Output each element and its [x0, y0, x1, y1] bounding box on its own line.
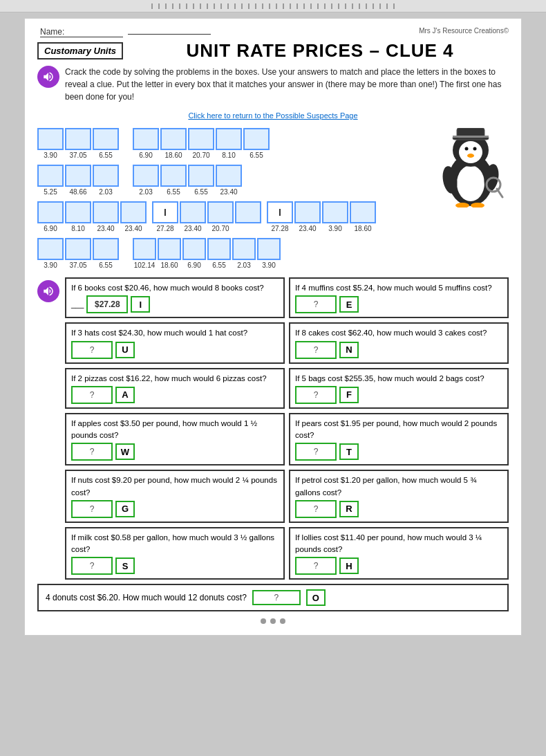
answer-row-4: ? N [295, 341, 502, 359]
box-r1l-3 [93, 128, 119, 150]
problem-card-7: If apples cost $3.50 per pound, how much… [65, 413, 285, 466]
problem-text-9: If nuts cost $9.20 per pound, how much w… [71, 474, 279, 499]
problem-card-4: If 8 cakes cost $62.40, how much would 3… [289, 322, 509, 363]
dot-2 [270, 618, 276, 624]
answer-box-7[interactable]: ? [71, 443, 113, 461]
bottom-answer-box[interactable]: ? [252, 590, 301, 605]
problem-card-8: If pears cost $1.95 per pound, how much … [289, 413, 509, 466]
letter-box-6: F [339, 387, 359, 403]
answer-box-12[interactable]: ? [295, 557, 337, 575]
answer-row-3: ? U [71, 341, 279, 359]
box-r1l-2 [65, 128, 91, 150]
problem-text-4: If 8 cakes cost $62.40, how much would 3… [295, 327, 502, 339]
answer-row-10: ? R [295, 500, 502, 518]
box-r4l-3 [93, 238, 119, 260]
answer-box-4[interactable]: ? [295, 341, 337, 359]
row4-left-group: 3.90 37.05 6.55 [37, 238, 119, 269]
name-label: Name: [40, 27, 123, 37]
link-line: Click here to return to the Possible Sus… [37, 109, 509, 121]
answer-box-10[interactable]: ? [295, 500, 337, 518]
svg-rect-11 [453, 136, 489, 138]
speaker-button-1[interactable] [37, 66, 59, 88]
letter-box-11: S [115, 557, 135, 574]
box-r3r-i: I [267, 201, 293, 223]
row3-mid-group: I 27.28 23.40 20.70 [152, 201, 261, 232]
box-r4r-4 [207, 238, 231, 260]
problem-text-2: If 4 muffins cost $5.24, how much would … [295, 282, 502, 294]
label-r2r-2: 6.55 [160, 188, 187, 196]
label-r4r-3: 6.90 [182, 261, 206, 269]
row2-right-group: 2.03 6.55 6.55 23.40 [133, 165, 242, 196]
row1-left-group: 3.90 37.05 6.55 [37, 128, 119, 159]
problem-text-1: If 6 books cost $20.46, how much would 8… [71, 282, 279, 294]
box-r2r-4 [216, 165, 242, 187]
box-r4r-2 [158, 238, 181, 260]
problem-card-6: If 5 bags cost $255.35, how much would 2… [289, 368, 509, 409]
letter-box-3: U [115, 342, 135, 358]
puzzle-left: 3.90 37.05 6.55 6.90 [37, 128, 424, 272]
answer-box-1[interactable]: $27.28 [86, 295, 128, 313]
label-r3l-2: 8.10 [65, 225, 91, 232]
problems-row: If 6 books cost $20.46, how much would 8… [37, 277, 509, 580]
label-r3r-1: 23.40 [294, 225, 321, 232]
answer-box-3[interactable]: ? [71, 341, 113, 359]
answer-row-5: ? A [71, 386, 279, 404]
svg-point-1 [457, 165, 484, 201]
box-r3m-3 [235, 201, 261, 223]
row3-right-group: I 27.28 23.40 3.90 18.60 [267, 201, 376, 232]
label-r3l-1: 6.90 [37, 225, 64, 232]
box-r1r-2 [160, 128, 187, 150]
problem-card-10: If petrol cost $1.20 per gallon, how muc… [289, 470, 509, 523]
label-r4r-5: 2.03 [232, 261, 256, 269]
puzzle-row-3: 6.90 8.10 23.40 23.40 I 27.28 [37, 201, 424, 232]
box-r1l-1 [37, 128, 64, 150]
answer-box-8[interactable]: ? [295, 443, 337, 461]
label-r1r-5: 6.55 [243, 151, 270, 159]
dots-row [37, 618, 509, 624]
label-r1r-2: 18.60 [160, 151, 187, 159]
answer-box-11[interactable]: ? [71, 557, 113, 575]
suspects-link[interactable]: Click here to return to the Possible Sus… [188, 111, 357, 120]
svg-point-3 [459, 141, 482, 163]
answer-box-2[interactable]: ? [295, 295, 337, 313]
answer-box-6[interactable]: ? [295, 386, 337, 404]
problem-text-7: If apples cost $3.50 per pound, how much… [71, 418, 279, 442]
answer-row-8: ? T [295, 443, 502, 461]
bottom-letter-box: O [306, 589, 326, 606]
problems-grid: If 6 books cost $20.46, how much would 8… [65, 277, 509, 580]
svg-point-6 [465, 147, 469, 151]
label-r1l-2: 37.05 [65, 151, 91, 159]
problem-card-12: If lollies cost $11.40 per pound, how mu… [289, 527, 509, 580]
bottom-problem-text: 4 donuts cost $6.20. How much would 12 d… [46, 593, 247, 602]
label-r2l-1: 5.25 [37, 188, 64, 196]
box-r4l-1 [37, 238, 64, 260]
label-r3l-4: 23.40 [120, 225, 147, 232]
page-header: Name: Mrs J's Resource Creations© [37, 27, 509, 37]
label-r3r-i: 27.28 [267, 225, 293, 232]
problem-card-1: If 6 books cost $20.46, how much would 8… [65, 277, 285, 318]
puzzle-row-2: 5.25 48.66 2.03 2.03 6.55 [37, 165, 424, 196]
label-r2r-4: 23.40 [216, 188, 242, 196]
dot-1 [261, 618, 266, 624]
label-r2r-1: 2.03 [133, 188, 159, 196]
penguin-svg [436, 128, 505, 208]
instructions-text: Crack the code by solving the problems i… [65, 66, 509, 103]
answer-label-1: ___ [71, 299, 84, 311]
box-r4r-3 [182, 238, 206, 260]
letter-box-7: W [115, 443, 135, 460]
problem-text-8: If pears cost $1.95 per pound, how much … [295, 418, 502, 442]
speaker-icon-1 [42, 71, 55, 83]
box-r3m-2 [207, 201, 234, 223]
label-r3m-2: 20.70 [207, 225, 234, 232]
answer-box-5[interactable]: ? [71, 386, 113, 404]
box-r3m-i: I [152, 201, 178, 223]
answer-box-9[interactable]: ? [71, 500, 113, 518]
speaker-button-2[interactable] [37, 280, 59, 302]
answer-row-2: ? E [295, 295, 502, 313]
label-r1r-4: 8.10 [216, 151, 242, 159]
label-r3m-3 [235, 225, 261, 232]
box-r3r-3 [350, 201, 376, 223]
answer-row-9: ? G [71, 500, 279, 518]
bottom-space [0, 636, 546, 719]
problem-text-11: If milk cost $0.58 per gallon, how much … [71, 532, 279, 556]
